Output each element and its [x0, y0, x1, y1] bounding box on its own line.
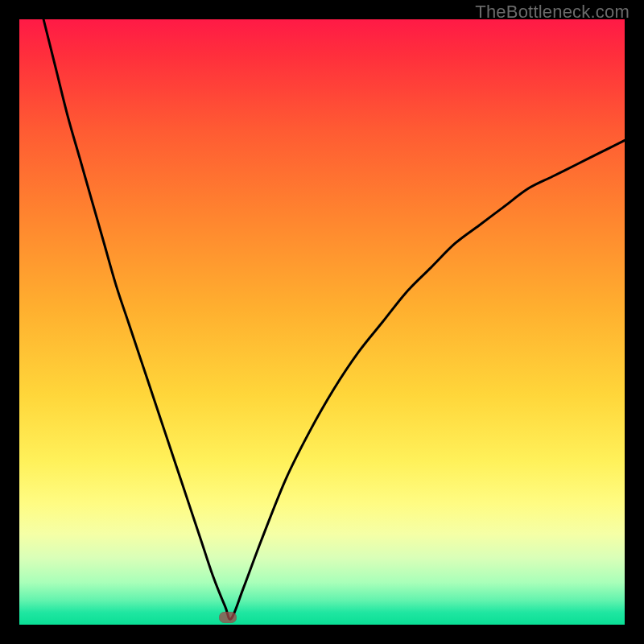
curve-path: [43, 19, 625, 619]
bottleneck-curve: [19, 19, 625, 625]
plot-area: [19, 19, 625, 625]
minimum-marker: [219, 612, 237, 623]
chart-frame: TheBottleneck.com: [0, 0, 644, 644]
